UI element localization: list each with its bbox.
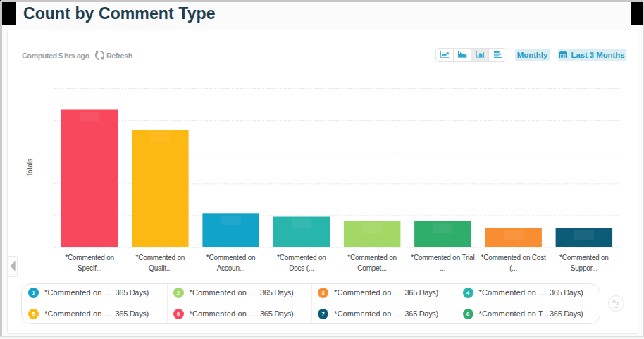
svg-text:Accoun...: Accoun... [217,264,245,272]
svg-text:*Commented on Trial: *Commented on Trial [411,254,474,261]
svg-text:*Commented on: *Commented on [136,254,185,261]
svg-text:Suppor...: Suppor... [571,264,597,272]
svg-text:Docs (...: Docs (... [289,264,314,272]
svg-text:...: ... [440,264,446,272]
svg-text:*Commented on: *Commented on [347,254,397,261]
svg-text:Totals: Totals [26,159,34,177]
svg-text:*Commented on: *Commented on [206,254,256,261]
svg-text:z: z [617,301,619,306]
svg-text:Qualit...: Qualit... [149,264,172,272]
svg-text:*Commented on: *Commented on [65,254,114,261]
svg-text:*Commented on Cost: *Commented on Cost [481,254,546,261]
svg-text:Specif...: Specif... [78,264,101,272]
svg-text:Compet...: Compet... [357,264,387,272]
svg-text:*Commented on: *Commented on [559,254,609,261]
svg-text:*Commented on: *Commented on [277,254,326,261]
svg-text:(...: (... [509,264,517,272]
